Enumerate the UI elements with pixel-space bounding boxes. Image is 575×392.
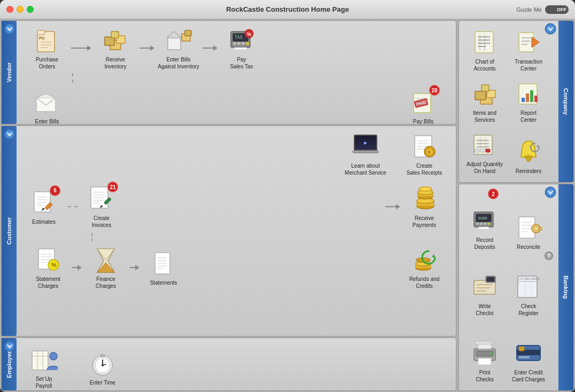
purchase-orders-btn[interactable]: PO PurchaseOrders [23, 23, 71, 73]
svg-rect-97 [475, 32, 493, 53]
employee-collapse-btn[interactable] [4, 340, 15, 353]
record-deposits-icon: BANK [471, 207, 499, 234]
window-title: RockCastle Construction Home Page [226, 5, 349, 13]
svg-point-168 [489, 352, 493, 355]
close-button[interactable] [6, 6, 13, 13]
svg-rect-94 [100, 355, 105, 357]
banking-section: 2 BANK [459, 184, 574, 391]
pay-sales-tax-btn[interactable]: TAX % [217, 23, 266, 73]
write-checks-label: WriteChecks [476, 303, 493, 317]
receive-payments-btn[interactable]: ReceivePayments [400, 182, 448, 232]
statement-charges-btn[interactable]: % StatementCharges [24, 242, 72, 293]
statements-label: Statements [150, 279, 177, 286]
company-sidebar-label[interactable]: Company [558, 21, 573, 182]
svg-text:PO: PO [39, 36, 45, 40]
statements-btn[interactable]: Statements [139, 246, 188, 289]
vendor-label[interactable]: Vendor [2, 21, 17, 124]
svg-point-0 [4, 23, 15, 34]
company-collapse-btn[interactable] [545, 23, 556, 36]
create-sales-receipts-btn[interactable]: $ CreateSales Receipts [400, 129, 448, 179]
svg-rect-116 [530, 90, 533, 102]
svg-point-83 [4, 341, 15, 351]
adjust-quantity-btn[interactable]: Adjust QuantityOn Hand [463, 128, 506, 178]
minimize-button[interactable] [17, 6, 24, 13]
enter-bills-btn[interactable]: Enter Bills [23, 85, 71, 128]
right-panel: Chart ofAccounts [457, 19, 575, 392]
transaction-center-btn[interactable]: TransactionCenter [507, 25, 550, 75]
report-center-btn[interactable]: ReportCenter [507, 76, 550, 127]
svg-rect-114 [522, 98, 525, 102]
svg-rect-110 [475, 91, 486, 100]
chart-of-accounts-btn[interactable]: Chart ofAccounts [463, 25, 506, 75]
create-invoices-btn[interactable]: 21 [77, 182, 126, 232]
banking-collapse-btn[interactable] [545, 186, 556, 199]
items-services-btn[interactable]: Items andServices [463, 76, 506, 127]
write-checks-btn[interactable]: WriteChecks [463, 255, 506, 320]
vendor-collapse-btn[interactable] [4, 23, 15, 36]
chevron-down-icon-banking [545, 186, 556, 198]
receive-payments-icon [410, 185, 438, 213]
adjust-quantity-icon [471, 131, 499, 159]
enter-bills-inventory-label: Enter BillsAgainst Inventory [158, 56, 199, 70]
enter-cc-charges-btn[interactable]: Enter CreditCard Charges [507, 321, 550, 386]
customer-collapse-btn[interactable] [4, 128, 15, 141]
svg-rect-124 [475, 149, 479, 152]
vendor-top-flow: PO PurchaseOrders [18, 23, 455, 73]
transaction-center-icon [515, 28, 542, 56]
svg-text:BANK: BANK [478, 216, 488, 221]
guide-me-toggle[interactable]: OFF [545, 5, 569, 14]
enter-time-btn[interactable]: Enter Time [79, 346, 127, 389]
record-deposits-btn[interactable]: 2 BANK [463, 189, 506, 254]
print-checks-btn[interactable]: PrintChecks [463, 321, 506, 386]
customer-section: Customer [1, 126, 456, 336]
receive-inventory-btn[interactable]: ReceiveInventory [91, 23, 139, 73]
svg-marker-108 [532, 37, 539, 48]
check-register-btn[interactable]: ? DATE DESC AMT [507, 255, 550, 320]
learn-merchant-btn[interactable]: ▶ Learn aboutMerchant Service [341, 129, 390, 179]
banking-sidebar-label[interactable]: Banking [558, 184, 573, 390]
enter-bills-icon [33, 88, 61, 116]
setup-payroll-btn[interactable]: Set UpPayroll [20, 342, 68, 392]
learn-merchant-icon: ▶ [352, 132, 379, 160]
chevron-down-icon [4, 23, 15, 35]
svg-point-145 [534, 226, 538, 231]
enter-bills-inventory-btn[interactable]: Enter BillsAgainst Inventory [154, 23, 203, 73]
check-register-label: CheckRegister [518, 303, 538, 317]
record-deposits-label: RecordDeposits [475, 237, 495, 250]
chevron-down-icon-employee [4, 340, 15, 352]
finance-charges-btn[interactable]: FinanceCharges [82, 242, 130, 293]
enter-bills-label: Enter Bills [35, 118, 59, 125]
employee-flow: Set UpPayroll [18, 340, 455, 392]
svg-rect-18 [237, 42, 240, 45]
main-window: RockCastle Construction Home Page Guide … [0, 0, 575, 392]
svg-point-128 [526, 157, 531, 161]
create-invoices-badge: 21 [107, 182, 118, 192]
chart-of-accounts-label: Chart ofAccounts [473, 58, 495, 72]
print-checks-icon [471, 339, 499, 367]
finance-charges-icon [92, 246, 120, 273]
estimates-btn[interactable]: 6 [20, 185, 68, 229]
refunds-credits-btn[interactable]: Refunds andCredits [400, 242, 448, 293]
report-center-label: ReportCenter [520, 109, 537, 123]
customer-label[interactable]: Customer [2, 126, 17, 336]
reconcile-btn[interactable]: Reconcile [507, 189, 550, 254]
banking-content: 2 BANK [459, 184, 558, 390]
statements-icon [150, 249, 177, 277]
enter-cc-charges-label: Enter CreditCard Charges [512, 369, 545, 383]
refunds-credits-icon [410, 246, 438, 273]
reminders-btn[interactable]: Reminders [507, 128, 550, 178]
svg-rect-19 [242, 42, 245, 45]
svg-rect-136 [484, 223, 486, 225]
customer-row1: ▶ Learn aboutMerchant Service [18, 128, 455, 181]
maximize-button[interactable] [27, 6, 34, 13]
pay-bills-btn[interactable]: 28 PAID [399, 85, 447, 128]
svg-rect-135 [480, 223, 483, 225]
arrow-2 [150, 45, 154, 51]
chart-of-accounts-icon [471, 28, 499, 56]
arrow-1 [87, 45, 91, 51]
main-area: Vendor [0, 19, 457, 392]
check-register-badge: ? [545, 252, 553, 260]
svg-rect-115 [526, 93, 529, 102]
svg-rect-84 [32, 351, 48, 370]
svg-rect-153 [487, 277, 494, 281]
